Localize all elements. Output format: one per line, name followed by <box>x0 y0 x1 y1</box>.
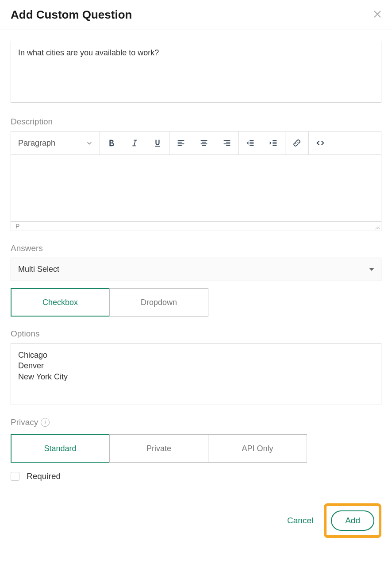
answers-select[interactable]: Multi Select <box>11 258 381 281</box>
italic-button[interactable] <box>123 131 146 155</box>
required-label: Required <box>27 471 61 481</box>
cancel-button[interactable]: Cancel <box>287 516 313 525</box>
editor-toolbar: Paragraph <box>11 131 381 155</box>
format-selected-label: Paragraph <box>18 139 55 148</box>
outdent-button[interactable] <box>239 131 262 155</box>
footer-actions: Cancel Add <box>11 503 381 538</box>
add-button[interactable]: Add <box>331 510 374 531</box>
dialog-title: Add Custom Question <box>11 8 132 22</box>
privacy-toggle: Standard Private API Only <box>11 434 381 463</box>
underline-button[interactable] <box>146 131 169 155</box>
dropdown-arrow-icon <box>369 268 374 271</box>
align-right-button[interactable] <box>215 131 238 155</box>
toggle-api-only[interactable]: API Only <box>208 434 307 463</box>
format-select[interactable]: Paragraph <box>11 131 100 155</box>
required-checkbox[interactable] <box>11 472 19 481</box>
answers-label: Answers <box>11 243 381 253</box>
bold-button[interactable] <box>100 131 123 155</box>
chevron-down-icon <box>86 140 92 146</box>
description-label: Description <box>11 117 381 127</box>
required-row: Required <box>11 471 381 481</box>
toggle-checkbox[interactable]: Checkbox <box>11 288 110 317</box>
link-button[interactable] <box>285 131 308 155</box>
indent-button[interactable] <box>262 131 285 155</box>
description-editor: Paragraph <box>11 131 381 231</box>
info-icon[interactable]: i <box>41 418 50 427</box>
code-button[interactable] <box>309 131 332 155</box>
dialog-header: Add Custom Question <box>0 0 392 30</box>
options-input[interactable]: Chicago Denver New York City <box>11 343 381 405</box>
dialog-body: Description Paragraph <box>0 30 392 549</box>
options-label: Options <box>11 329 381 339</box>
description-textarea[interactable] <box>11 155 381 221</box>
add-highlight-box: Add <box>324 503 381 538</box>
privacy-label: Privacy i <box>11 417 381 427</box>
align-left-button[interactable] <box>169 131 192 155</box>
question-input[interactable] <box>11 41 381 103</box>
align-center-button[interactable] <box>192 131 215 155</box>
resize-handle-icon[interactable] <box>375 224 380 230</box>
answer-type-toggle: Checkbox Dropdown <box>11 288 381 317</box>
toggle-dropdown[interactable]: Dropdown <box>109 288 208 317</box>
toggle-private[interactable]: Private <box>109 434 208 463</box>
toggle-standard[interactable]: Standard <box>11 434 110 463</box>
close-icon[interactable] <box>373 9 381 21</box>
answers-selected-label: Multi Select <box>18 265 59 274</box>
editor-path: P <box>11 221 381 231</box>
